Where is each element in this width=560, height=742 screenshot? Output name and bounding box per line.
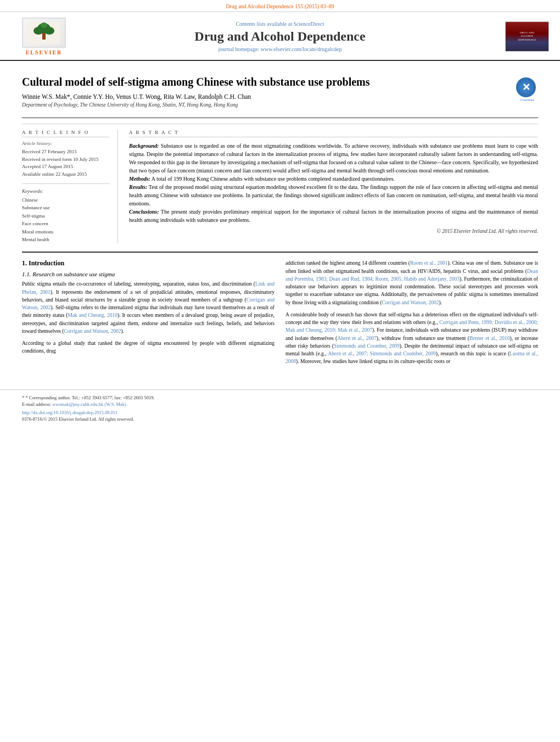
issn-text: 0376-8716/© 2015 Elsevier Ireland Ltd. A… (22, 416, 538, 422)
elsevier-logo-area: ELSEVIER (11, 18, 77, 55)
journal-header-center: Contents lists available at ScienceDirec… (77, 21, 483, 52)
svg-rect-4 (42, 33, 46, 40)
link-corrigan-watson[interactable]: Corrigan and Watson, 2002 (22, 297, 275, 310)
svg-point-5 (41, 23, 47, 28)
results-text: Test of the proposed model using structu… (129, 184, 538, 207)
crossmark-circle: ✕ (516, 77, 536, 97)
top-citation-bar: Drug and Alcohol Dependence 155 (2015) 8… (0, 0, 560, 12)
corresponding-author: * Corresponding author. Tel.: +852 3943 … (25, 395, 154, 400)
doi-link[interactable]: http://dx.doi.org/10.1016/j.drugalcdep.2… (22, 410, 538, 415)
link-ahern[interactable]: Ahern et al., 2007 (337, 336, 377, 341)
keywords-section: Keywords: Chinese Substance use Self-sti… (22, 183, 109, 243)
body-right-column: addiction ranked the highest among 14 di… (285, 259, 538, 370)
background-label: Background: (129, 143, 159, 149)
link-dean-poremba[interactable]: Dean and Poremba, 1983; Dean and Rud, 19… (285, 269, 538, 282)
svg-point-3 (44, 27, 54, 35)
right-para-1: addiction ranked the highest among 14 di… (285, 259, 538, 306)
copyright-text: © 2015 Elsevier Ireland Ltd. All rights … (129, 228, 538, 234)
email-footnote: E-mail address: wwsmak@psy.cuhk.edu.hk (… (22, 401, 538, 408)
page: Drug and Alcohol Dependence 155 (2015) 8… (0, 0, 560, 742)
footnote-text: * * Corresponding author. Tel.: +852 394… (22, 394, 538, 401)
abstract-text: Background: Substance use is regarded as… (129, 142, 538, 224)
methods-label: Methods: (129, 176, 150, 182)
article-info-column: A R T I C L E I N F O Article history: R… (22, 130, 118, 243)
link-room-2001[interactable]: Room et al., 2001 (410, 260, 448, 266)
elsevier-text: ELSEVIER (26, 49, 63, 55)
cover-text: DRUG ANDALCOHOLDEPENDENCE (518, 31, 536, 42)
left-para-1: Public stigma entails the co-occurrence … (22, 280, 275, 335)
article-info-label: A R T I C L E I N F O (22, 130, 109, 137)
methods-text: A total of 199 Hong Kong Chinese adults … (150, 176, 395, 182)
article-title: Cultural model of self-stigma among Chin… (22, 75, 494, 89)
keyword-chinese: Chinese (22, 196, 109, 204)
results-label: Results: (129, 184, 147, 190)
elsevier-logo: ELSEVIER (11, 18, 77, 55)
accepted-date: Accepted 17 August 2015 (22, 163, 109, 171)
abstract-column: A B S T R A C T Background: Substance us… (129, 130, 538, 243)
link-corrigan-penn[interactable]: Corrigan and Penn, 1999; Dovidio et al.,… (285, 320, 538, 333)
homepage-url[interactable]: www.elsevier.com/locate/drugalcdep (261, 46, 342, 52)
conclusions-text: The present study provides preliminary e… (129, 209, 538, 223)
journal-cover-area: DRUG ANDALCOHOLDEPENDENCE (483, 21, 549, 52)
email-label: E-mail address: (22, 401, 51, 407)
keyword-mental: Mental health (22, 236, 109, 243)
link-simmonds[interactable]: Simmonds and Coomber, 2009 (334, 343, 400, 349)
main-content: Cultural model of self-stigma among Chin… (0, 61, 560, 381)
elsevier-logo-box (22, 18, 66, 48)
link-link-phelan[interactable]: Link and Phelan, 2001 (22, 281, 275, 294)
background-text: Substance use is regarded as one of the … (129, 143, 538, 174)
received-revised-date: Received in revised form 10 July 2015 (22, 156, 109, 164)
elsevier-tree-icon (27, 22, 60, 44)
sciencedirect-link-text[interactable]: ScienceDirect (293, 21, 324, 27)
article-title-section: Cultural model of self-stigma among Chin… (22, 66, 538, 118)
keyword-moral: Moral emotions (22, 228, 109, 236)
journal-title: Drug and Alcohol Dependence (88, 29, 472, 44)
keyword-face: Face concern (22, 220, 109, 227)
link-mak-cheung[interactable]: Mak and Cheung, 2010 (68, 313, 117, 318)
left-para-2: According to a global study that ranked … (22, 339, 275, 355)
affiliation: Department of Psychology, The Chinese Un… (22, 102, 505, 108)
journal-homepage: journal homepage: www.elsevier.com/locat… (88, 46, 472, 52)
keyword-substance: Substance use (22, 204, 109, 211)
article-info-abstract-section: A R T I C L E I N F O Article history: R… (22, 124, 538, 243)
subsection1-heading: 1.1. Research on substance use stigma (22, 271, 275, 277)
abstract-label: A B S T R A C T (129, 130, 538, 137)
email-address[interactable]: wwsmak@psy.cuhk.edu.hk (W.S. Mak). (52, 401, 127, 407)
body-section: 1. Introduction 1.1. Research on substan… (22, 259, 538, 370)
keywords-label: Keywords: (22, 188, 109, 194)
link-corrigan-watson-2[interactable]: Corrigan and Watson, 2002 (64, 328, 121, 334)
received-date: Received 27 February 2015 (22, 148, 109, 156)
crossmark-icon: ✕ CrossMark (516, 77, 538, 99)
journal-header: ELSEVIER Contents lists available at Sci… (0, 12, 560, 61)
section-divider (22, 252, 538, 253)
article-history-label: Article history: (22, 141, 109, 146)
conclusions-label: Conclusions: (129, 209, 159, 215)
svg-point-2 (33, 27, 43, 35)
body-left-column: 1. Introduction 1.1. Research on substan… (22, 259, 275, 370)
journal-cover-image: DRUG ANDALCOHOLDEPENDENCE (505, 21, 549, 52)
citation-text: Drug and Alcohol Dependence 155 (2015) 8… (226, 3, 334, 9)
link-corrigan-watson-3[interactable]: Corrigan and Watson, 2002 (382, 300, 439, 305)
section1-heading: 1. Introduction (22, 259, 275, 267)
keyword-selfstigma: Self-stigma (22, 212, 109, 220)
sciencedirect-label: Contents lists available at ScienceDirec… (88, 21, 472, 27)
link-brener[interactable]: Brener et al., 2010 (469, 336, 510, 341)
link-ahern-2[interactable]: Ahern et al., 2007; Simmonds and Coomber… (328, 351, 436, 356)
available-date: Available online 22 August 2015 (22, 171, 109, 178)
right-para-2: A considerable body of research has show… (285, 311, 538, 366)
authors: Winnie W.S. Mak*, Connie Y.Y. Ho, Venus … (22, 93, 505, 100)
footer-section: * * Corresponding author. Tel.: +852 394… (0, 389, 560, 422)
